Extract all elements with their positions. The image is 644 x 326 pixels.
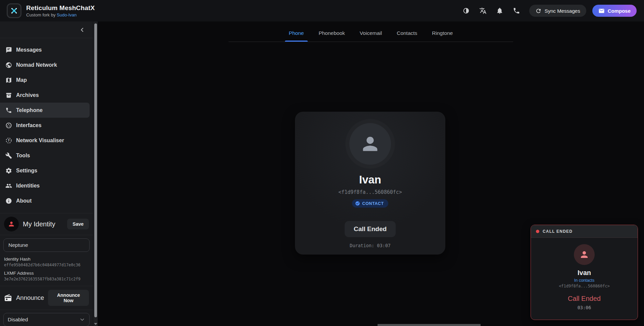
scrollbar-down-arrow-icon[interactable] bbox=[94, 323, 97, 325]
sidebar: Messages Nomad Network Map bbox=[0, 21, 93, 326]
bell-icon bbox=[496, 7, 503, 14]
my-identity-section: My Identity Save bbox=[0, 213, 93, 235]
gear-icon bbox=[5, 167, 12, 174]
language-button[interactable] bbox=[476, 4, 490, 17]
sidebar-item-label: Map bbox=[16, 77, 27, 83]
tab-phone[interactable]: Phone bbox=[289, 30, 304, 42]
header-actions: Sync Messages Compose bbox=[459, 4, 637, 17]
archive-icon bbox=[5, 92, 12, 99]
announce-interval-select[interactable]: Disabled bbox=[3, 313, 90, 326]
translate-icon bbox=[479, 7, 487, 14]
chevron-left-icon[interactable] bbox=[79, 26, 86, 33]
app-title: Reticulum MeshChatX bbox=[26, 4, 95, 12]
save-button[interactable]: Save bbox=[67, 219, 89, 229]
in-contacts-note: In contacts bbox=[531, 278, 638, 283]
sidebar-item-label: Settings bbox=[16, 168, 37, 174]
identity-hash-block: Identity Hash effe95b0482d7b6c04844977d1… bbox=[0, 253, 93, 267]
wrench-icon bbox=[5, 152, 12, 159]
sidebar-item-settings[interactable]: Settings bbox=[0, 163, 90, 178]
call-ended-notification[interactable]: CALL ENDED Ivan In contacts <f1d9f8fa...… bbox=[531, 225, 638, 320]
my-identity-title: My Identity bbox=[23, 220, 63, 228]
call-status-button[interactable]: Call Ended bbox=[345, 221, 396, 237]
subtitle-text: Custom fork by bbox=[26, 12, 57, 17]
notifications-button[interactable] bbox=[493, 4, 506, 17]
horizontal-scrollbar-thumb[interactable] bbox=[378, 324, 481, 326]
notification-duration: 03:06 bbox=[531, 305, 638, 310]
sidebar-nav: Messages Nomad Network Map bbox=[0, 38, 93, 208]
identity-name-input[interactable] bbox=[3, 238, 90, 252]
sidebar-item-interfaces[interactable]: Interfaces bbox=[0, 118, 90, 133]
visualiser-icon: ? bbox=[5, 137, 12, 144]
app-logo bbox=[7, 3, 21, 18]
info-icon bbox=[5, 198, 12, 204]
lxmf-address-label: LXMF Address bbox=[4, 271, 89, 276]
lxmf-address-block: LXMF Address 3e7e2e37621635587fb83a381c7… bbox=[0, 267, 93, 281]
tab-contacts[interactable]: Contacts bbox=[397, 30, 417, 42]
sidebar-item-label: About bbox=[16, 198, 32, 204]
contact-badge: CONTACT bbox=[352, 199, 388, 208]
map-icon bbox=[5, 77, 12, 84]
globe-icon bbox=[5, 62, 12, 68]
announce-interval-value: Disabled bbox=[8, 317, 28, 323]
notification-title: CALL ENDED bbox=[543, 229, 573, 234]
hub-icon bbox=[5, 122, 12, 129]
notification-caller-name: Ivan bbox=[531, 269, 638, 277]
sidebar-collapse-row bbox=[0, 21, 93, 38]
sidebar-item-identities[interactable]: Identities bbox=[0, 178, 90, 193]
compose-button[interactable]: Compose bbox=[592, 5, 637, 17]
call-status-card: Ivan <f1d9f8fa...560860fc> CONTACT Call … bbox=[295, 112, 445, 255]
theme-toggle-button[interactable] bbox=[459, 4, 473, 17]
sidebar-item-telephone[interactable]: Telephone bbox=[0, 103, 90, 118]
sidebar-item-nomad-network[interactable]: Nomad Network bbox=[0, 57, 90, 72]
person-icon bbox=[359, 133, 381, 155]
caller-avatar bbox=[349, 123, 391, 165]
header-branding: Reticulum MeshChatX Custom fork by Sudo-… bbox=[7, 3, 95, 18]
caller-address: <f1d9f8fa...560860fc> bbox=[295, 189, 445, 195]
sidebar-item-label: Telephone bbox=[16, 107, 43, 113]
sidebar-item-tools[interactable]: Tools bbox=[0, 148, 90, 163]
call-duration: Duration: 03:07 bbox=[295, 243, 445, 248]
tab-ringtone[interactable]: Ringtone bbox=[432, 30, 453, 42]
person-icon bbox=[8, 220, 15, 228]
compose-label: Compose bbox=[608, 8, 631, 14]
announce-section: Announce Announce Now bbox=[0, 286, 93, 310]
announce-now-button[interactable]: Announce Now bbox=[48, 290, 89, 306]
tab-phonebook[interactable]: Phonebook bbox=[318, 30, 345, 42]
tab-voicemail[interactable]: Voicemail bbox=[360, 30, 382, 42]
sync-messages-button[interactable]: Sync Messages bbox=[529, 5, 586, 17]
caller-name: Ivan bbox=[295, 173, 445, 186]
mail-icon bbox=[598, 8, 605, 14]
main-content: Phone Phonebook Voicemail Contacts Ringt… bbox=[98, 21, 644, 326]
my-identity-avatar bbox=[4, 217, 19, 231]
notification-caller-address: <f1d9f8fa...560860fc> bbox=[531, 284, 638, 288]
person-icon bbox=[579, 250, 589, 260]
sidebar-item-label: Interfaces bbox=[16, 122, 42, 128]
contact-badge-label: CONTACT bbox=[362, 201, 384, 206]
sidebar-item-messages[interactable]: Messages bbox=[0, 42, 90, 57]
red-status-dot-icon bbox=[536, 230, 539, 233]
sidebar-item-map[interactable]: Map bbox=[0, 72, 90, 88]
notification-status: Call Ended bbox=[531, 295, 638, 303]
call-button[interactable] bbox=[510, 4, 523, 17]
notification-header: CALL ENDED bbox=[531, 225, 638, 238]
app-header: Reticulum MeshChatX Custom fork by Sudo-… bbox=[0, 0, 644, 21]
sidebar-item-about[interactable]: About bbox=[0, 193, 90, 208]
sidebar-item-label: Identities bbox=[16, 183, 40, 189]
sidebar-scrollbar[interactable] bbox=[93, 21, 98, 326]
phone-icon bbox=[513, 7, 520, 14]
sidebar-item-label: Nomad Network bbox=[16, 62, 57, 68]
lxmf-address-value: 3e7e2e37621635587fb83a381c71c2f9 bbox=[4, 277, 89, 281]
sidebar-item-network-visualiser[interactable]: ? Network Visualiser bbox=[0, 133, 90, 148]
announce-title: Announce bbox=[16, 294, 44, 302]
sidebar-scrollbar-thumb[interactable] bbox=[94, 23, 97, 317]
sidebar-item-label: Tools bbox=[16, 153, 30, 159]
svg-text:?: ? bbox=[8, 139, 9, 142]
phone-icon bbox=[5, 107, 12, 114]
brightness-icon bbox=[462, 7, 470, 14]
sync-messages-label: Sync Messages bbox=[545, 8, 580, 14]
sidebar-item-archives[interactable]: Archives bbox=[0, 88, 90, 103]
app-subtitle: Custom fork by Sudo-Ivan bbox=[26, 12, 95, 17]
identity-hash-value: effe95b0482d7b6c04844977d17e0c36 bbox=[4, 263, 89, 267]
fork-author-link[interactable]: Sudo-Ivan bbox=[57, 12, 77, 17]
app-body: Messages Nomad Network Map bbox=[0, 21, 644, 326]
